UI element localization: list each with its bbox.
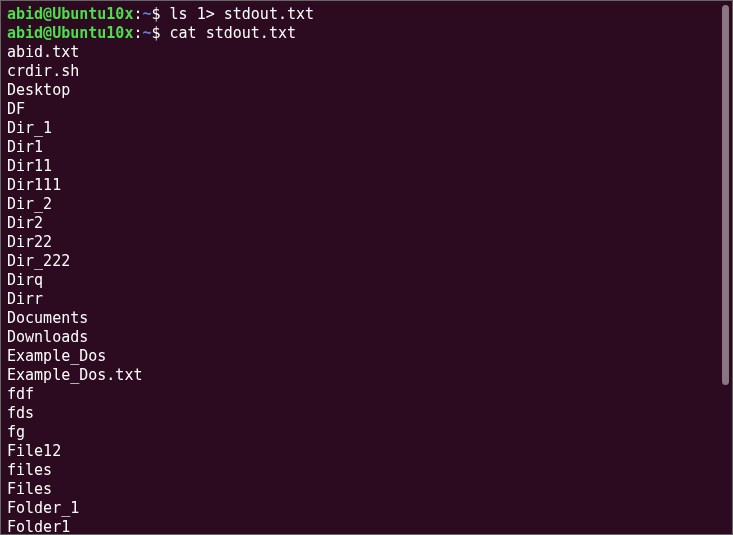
prompt-path: ~: [142, 5, 151, 23]
output-line: Dir_222: [7, 252, 726, 271]
prompt-dollar: $: [152, 24, 170, 42]
output-line: Folder_1: [7, 499, 726, 518]
output-line: Downloads: [7, 328, 726, 347]
output-line: Desktop: [7, 81, 726, 100]
output-line: Dir11: [7, 157, 726, 176]
output-line: files: [7, 461, 726, 480]
output-line: crdir.sh: [7, 62, 726, 81]
output-line: Documents: [7, 309, 726, 328]
command-text-1: ls 1> stdout.txt: [170, 5, 315, 23]
command-text-2: cat stdout.txt: [170, 24, 296, 42]
output-line: Dir1: [7, 138, 726, 157]
prompt-dollar: $: [152, 5, 170, 23]
command-line-1: abid@Ubuntu10x:~$ ls 1> stdout.txt: [7, 5, 726, 24]
output-line: Dirq: [7, 271, 726, 290]
output-line: File12: [7, 442, 726, 461]
command-line-2: abid@Ubuntu10x:~$ cat stdout.txt: [7, 24, 726, 43]
output-line: fg: [7, 423, 726, 442]
output-line: Dir2: [7, 214, 726, 233]
prompt-path: ~: [142, 24, 151, 42]
output-line: Example_Dos: [7, 347, 726, 366]
output-line: Dirr: [7, 290, 726, 309]
output-line: fds: [7, 404, 726, 423]
output-line: DF: [7, 100, 726, 119]
prompt-userhost: abid@Ubuntu10x: [7, 5, 133, 23]
terminal-window[interactable]: abid@Ubuntu10x:~$ ls 1> stdout.txt abid@…: [1, 1, 732, 534]
output-line: Folder1: [7, 518, 726, 534]
output-line: Example_Dos.txt: [7, 366, 726, 385]
output-line: fdf: [7, 385, 726, 404]
output-line: Dir_2: [7, 195, 726, 214]
prompt-userhost: abid@Ubuntu10x: [7, 24, 133, 42]
output-line: Files: [7, 480, 726, 499]
output-line: Dir_1: [7, 119, 726, 138]
output-line: Dir111: [7, 176, 726, 195]
output-container: abid.txtcrdir.shDesktopDFDir_1Dir1Dir11D…: [7, 43, 726, 534]
scrollbar-thumb[interactable]: [722, 5, 729, 385]
output-line: Dir22: [7, 233, 726, 252]
output-line: abid.txt: [7, 43, 726, 62]
